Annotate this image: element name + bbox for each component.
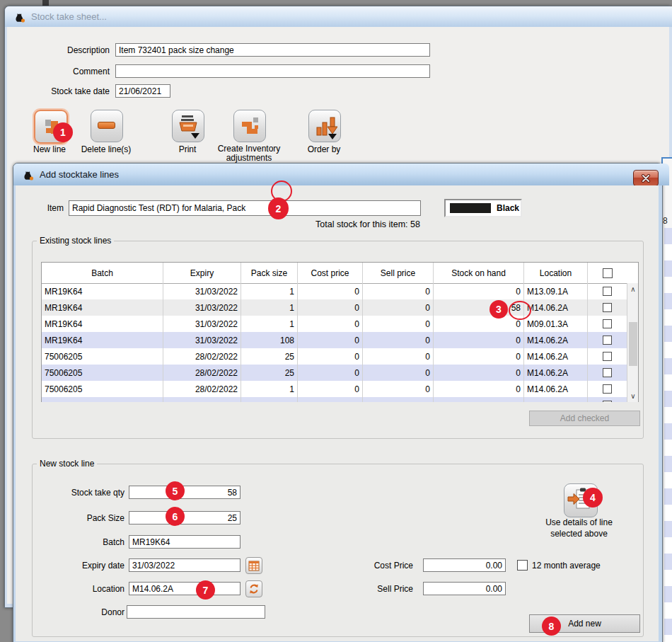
cell-stock-on-hand: 0 xyxy=(434,283,524,299)
row-checkbox[interactable] xyxy=(603,352,612,361)
item-color-swatch[interactable]: Black xyxy=(444,199,522,217)
calendar-button[interactable] xyxy=(245,557,262,574)
inventory-adjustments-icon xyxy=(238,114,262,141)
cell-stock-on-hand: 0 xyxy=(434,332,524,348)
location-lookup-button[interactable] xyxy=(245,580,262,597)
table-scrollbar[interactable]: ∧ ∨ xyxy=(627,283,638,402)
table-row[interactable]: MR19K6431/03/20221000M13.09.1A xyxy=(42,283,627,299)
location-input[interactable]: M14.06.2A xyxy=(129,582,241,595)
cell-cost-price: 0 xyxy=(298,348,363,365)
cell-sell-price: 0 xyxy=(363,332,434,348)
cell-location: M14.06.2A xyxy=(524,299,588,316)
location-label: Location xyxy=(40,584,124,594)
background-window-value: 8 xyxy=(663,216,671,226)
cell-location: M14.06.2A xyxy=(524,365,588,381)
twelve-month-average-checkbox[interactable] xyxy=(517,560,528,571)
dialog-close-button[interactable] xyxy=(633,170,659,186)
description-label: Description xyxy=(28,45,110,55)
print-dropdown-icon xyxy=(191,133,199,139)
pack-size-input[interactable]: 25 xyxy=(129,511,241,525)
cost-price-label: Cost Price xyxy=(354,561,413,571)
cell-batch: MR19K64 xyxy=(42,283,163,299)
sell-price-input[interactable]: 0.00 xyxy=(423,582,506,595)
add-checked-button[interactable]: Add checked xyxy=(529,411,640,426)
table-row[interactable]: 7500620528/02/202225000M14.06.2A xyxy=(42,348,627,365)
cell-location xyxy=(524,397,588,402)
delete-lines-label: Delete line(s) xyxy=(74,144,138,154)
cell-batch: 75006205 xyxy=(42,348,163,365)
cell-checkbox xyxy=(588,299,627,316)
delete-lines-button[interactable] xyxy=(91,110,123,142)
total-stock-text: Total stock for this item: 58 xyxy=(248,219,488,229)
description-input[interactable]: Item 732401 pack size change xyxy=(115,43,430,57)
cell-sell-price: 0 xyxy=(363,299,434,316)
row-checkbox[interactable] xyxy=(603,368,612,377)
column-header-sell-price[interactable]: Sell price xyxy=(363,263,434,283)
cell-pack-size: 108 xyxy=(241,332,298,348)
stock-take-qty-input[interactable]: 58 xyxy=(129,486,241,499)
batch-input[interactable]: MR19K64 xyxy=(129,535,241,549)
cell-cost-price: 0 xyxy=(298,283,363,299)
cell-checkbox xyxy=(588,381,627,397)
column-header-stock-on-hand[interactable]: Stock on hand xyxy=(434,263,524,283)
cell-cost-price: 0 xyxy=(298,397,363,402)
cell-checkbox xyxy=(588,316,627,332)
row-checkbox[interactable] xyxy=(603,303,612,312)
row-checkbox[interactable] xyxy=(603,384,612,394)
comment-input[interactable] xyxy=(115,64,430,78)
row-checkbox[interactable] xyxy=(603,287,612,296)
order-by-button[interactable] xyxy=(308,110,341,142)
scroll-down-icon[interactable]: ∨ xyxy=(627,390,639,402)
item-input[interactable]: Rapid Diagnostic Test (RDT) for Malaria,… xyxy=(69,200,421,216)
stock-take-qty-label: Stock take qty xyxy=(40,488,124,498)
cell-checkbox xyxy=(588,397,627,402)
color-name: Black xyxy=(497,203,519,213)
stock-take-date-input[interactable]: 21/06/2021 xyxy=(115,84,170,98)
main-window-titlebar[interactable]: Stock take sheet... xyxy=(5,6,672,27)
table-row[interactable]: 7500620528/02/202225000M14.06.2A xyxy=(42,365,627,381)
table-row[interactable]: MR19K6431/03/202210058M14.06.2A xyxy=(42,299,627,316)
table-row[interactable]: 7500620528/02/20221000M14.06.2A xyxy=(42,381,627,397)
scroll-up-icon[interactable]: ∧ xyxy=(627,283,639,295)
column-header-pack-size[interactable]: Pack size xyxy=(241,263,298,283)
cell-pack-size: 1 xyxy=(241,283,298,299)
annotation-step-1: 1 xyxy=(53,122,73,142)
new-line-label: New line xyxy=(25,144,74,154)
cell-cost-price: 0 xyxy=(298,381,363,397)
cell-stock-on-hand: 0 xyxy=(434,348,524,365)
cell-sell-price: 0 xyxy=(363,381,434,397)
select-all-checkbox[interactable] xyxy=(603,268,613,278)
table-row[interactable]: 7500620528/02/202225000 xyxy=(42,397,627,402)
dialog-title: Add stocktake lines xyxy=(40,169,119,180)
cell-location: M14.06.2A xyxy=(524,381,588,397)
row-checkbox[interactable] xyxy=(603,401,612,402)
column-header-location[interactable]: Location xyxy=(524,263,588,283)
dialog-titlebar[interactable]: Add stocktake lines xyxy=(13,164,669,185)
scrollbar-thumb[interactable] xyxy=(629,322,637,366)
create-inventory-adjustments-button[interactable] xyxy=(233,110,266,142)
cell-pack-size: 25 xyxy=(241,397,298,402)
table-row[interactable]: MR19K6431/03/20221000M09.01.3A xyxy=(42,316,627,332)
row-checkbox[interactable] xyxy=(603,319,612,328)
annotation-step-4: 4 xyxy=(583,488,603,508)
column-header-cost-price[interactable]: Cost price xyxy=(298,263,363,283)
column-header-batch[interactable]: Batch xyxy=(42,263,163,283)
sell-price-label: Sell Price xyxy=(354,584,413,594)
pack-size-label: Pack Size xyxy=(40,513,124,523)
print-button[interactable] xyxy=(172,110,204,142)
cost-price-input[interactable]: 0.00 xyxy=(423,558,506,572)
cell-cost-price: 0 xyxy=(298,365,363,381)
row-checkbox[interactable] xyxy=(603,336,612,345)
table-row[interactable]: MR19K6431/03/2022108000M14.06.2A xyxy=(42,332,627,348)
item-label: Item xyxy=(28,203,64,213)
screen: Stock take sheet... Description Item 732… xyxy=(0,0,672,642)
cell-stock-on-hand: 0 xyxy=(434,365,524,381)
column-header-expiry[interactable]: Expiry xyxy=(163,263,241,283)
expiry-date-input[interactable]: 31/03/2022 xyxy=(129,558,241,572)
donor-input[interactable] xyxy=(127,605,265,619)
cell-batch: 75006205 xyxy=(42,397,163,402)
cell-batch: MR19K64 xyxy=(42,316,163,332)
cell-pack-size: 1 xyxy=(241,299,298,316)
cell-cost-price: 0 xyxy=(298,316,363,332)
cell-checkbox xyxy=(588,332,627,348)
